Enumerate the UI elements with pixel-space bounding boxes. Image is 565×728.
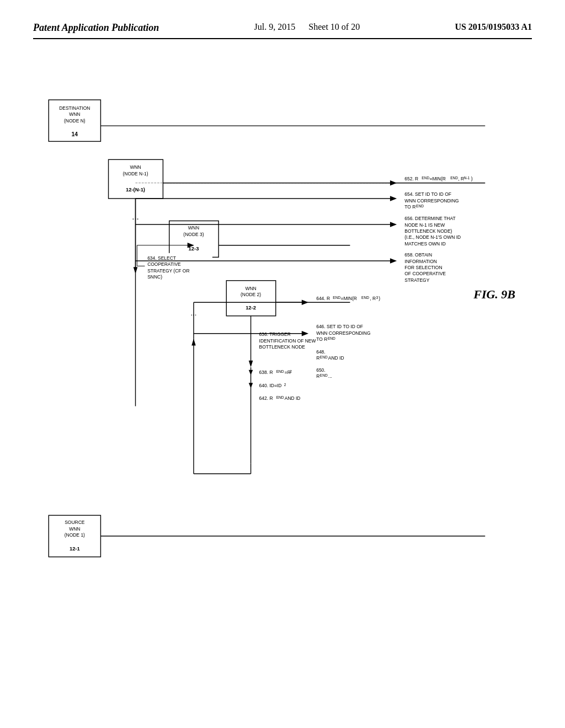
- diagram-area: FIG. 9B DESTINATION WNN (NODE N) 14 WNN …: [33, 50, 532, 684]
- svg-text:N-1: N-1: [464, 176, 470, 180]
- svg-text:STRATEGY: STRATEGY: [404, 277, 429, 283]
- svg-text:END: END: [276, 370, 284, 373]
- svg-text:END: END: [320, 355, 328, 359]
- svg-text:): ): [379, 296, 380, 301]
- svg-text:IDENTIFICATION OF NEW: IDENTIFICATION OF NEW: [259, 338, 316, 344]
- svg-marker-86: [390, 180, 397, 185]
- header: Patent Application Publication Jul. 9, 2…: [33, 22, 532, 39]
- svg-marker-59: [191, 339, 196, 345]
- svg-text:(NODE N): (NODE N): [64, 118, 86, 124]
- svg-text:SNNC): SNNC): [147, 274, 162, 280]
- svg-text:14: 14: [72, 131, 78, 137]
- svg-text:(NODE 1): (NODE 1): [65, 532, 85, 538]
- svg-marker-45: [249, 370, 253, 375]
- svg-text:12-(N-1): 12-(N-1): [126, 186, 145, 192]
- svg-marker-50: [249, 383, 253, 388]
- svg-text:(NODE 2): (NODE 2): [241, 292, 261, 297]
- svg-text:, R: , R: [458, 176, 464, 181]
- main-diagram: DESTINATION WNN (NODE N) 14 WNN (NODE N-…: [33, 50, 532, 684]
- svg-text:638. R: 638. R: [259, 370, 273, 375]
- svg-text:WNN: WNN: [130, 164, 141, 170]
- svg-text:=MIN(R: =MIN(R: [429, 176, 445, 181]
- svg-text:END: END: [333, 296, 340, 299]
- svg-text:BOTTLENECK NODE): BOTTLENECK NODE): [404, 228, 452, 234]
- svg-text:652. R: 652. R: [404, 176, 418, 181]
- svg-marker-40: [249, 361, 253, 367]
- svg-text:END: END: [361, 296, 369, 299]
- svg-text:3: 3: [376, 296, 379, 299]
- svg-text:12-2: 12-2: [246, 304, 256, 311]
- svg-text:WNN CORRESPONDING: WNN CORRESPONDING: [316, 330, 370, 336]
- svg-text:SOURCE: SOURCE: [65, 520, 85, 525]
- svg-text:644. R: 644. R: [316, 296, 330, 301]
- svg-text:R: R: [316, 355, 319, 361]
- header-date: Jul. 9, 2015: [254, 22, 296, 31]
- svg-text:END: END: [328, 336, 335, 340]
- svg-text:...: ...: [328, 373, 332, 379]
- svg-text:646. SET ID TO ID OF: 646. SET ID TO ID OF: [316, 324, 363, 329]
- svg-text:OF COOPERATIVE: OF COOPERATIVE: [404, 271, 446, 276]
- svg-text:640. ID=ID: 640. ID=ID: [259, 383, 282, 388]
- svg-text:(NODE N-1): (NODE N-1): [122, 171, 148, 176]
- svg-text:END: END: [416, 204, 424, 208]
- header-patent: US 2015/0195033 A1: [455, 22, 532, 32]
- svg-text:654. SET ID TO ID OF: 654. SET ID TO ID OF: [404, 191, 451, 197]
- header-title: Patent Application Publication: [33, 22, 159, 34]
- svg-text:(NODE 3): (NODE 3): [183, 232, 204, 237]
- svg-text:NODE N-1 IS NEW: NODE N-1 IS NEW: [404, 222, 445, 228]
- svg-text:BOTTLENECK NODE: BOTTLENECK NODE: [259, 344, 306, 350]
- svg-text:INFORMATION: INFORMATION: [404, 259, 437, 264]
- svg-text:12-1: 12-1: [70, 545, 80, 552]
- svg-text:636. TRIGGER: 636. TRIGGER: [259, 332, 291, 338]
- svg-text:=MIN(R: =MIN(R: [340, 296, 356, 301]
- svg-text:FOR SELECTION: FOR SELECTION: [404, 265, 442, 270]
- svg-text:WNN: WNN: [69, 526, 80, 532]
- svg-text:2: 2: [284, 383, 286, 387]
- svg-text:AND ID: AND ID: [285, 395, 301, 401]
- svg-text:END: END: [320, 373, 328, 377]
- svg-text:MATCHES OWN ID: MATCHES OWN ID: [404, 241, 446, 247]
- svg-text:DESTINATION: DESTINATION: [59, 105, 90, 111]
- svg-text:STRATEGY (CF OR: STRATEGY (CF OR: [147, 268, 189, 274]
- svg-text:(I.E., NODE N-1'S OWN ID: (I.E., NODE N-1'S OWN ID: [404, 234, 461, 240]
- svg-text:WNN: WNN: [69, 111, 80, 117]
- svg-text:END: END: [276, 395, 284, 399]
- svg-text:2: 2: [290, 370, 292, 373]
- header-sheet: Sheet 10 of 20: [308, 22, 360, 31]
- svg-text:WNN: WNN: [245, 286, 256, 291]
- svg-text:642. R: 642. R: [259, 395, 273, 401]
- page: Patent Application Publication Jul. 9, 2…: [0, 0, 565, 728]
- svg-text:END: END: [450, 176, 458, 180]
- svg-text:): ): [471, 176, 473, 181]
- svg-text:...: ...: [190, 309, 196, 317]
- svg-text:634. SELECT: 634. SELECT: [147, 255, 176, 261]
- svg-text:WNN CORRESPONDING: WNN CORRESPONDING: [404, 198, 459, 204]
- svg-text:END: END: [422, 176, 429, 180]
- svg-text:650.: 650.: [316, 367, 325, 373]
- svg-text:, R: , R: [370, 296, 376, 301]
- svg-text:656. DETERMINE THAT: 656. DETERMINE THAT: [404, 216, 455, 222]
- svg-text:648.: 648.: [316, 349, 325, 355]
- svg-text:WNN: WNN: [188, 225, 199, 231]
- svg-text:AND ID: AND ID: [328, 355, 344, 361]
- svg-text:TO R: TO R: [316, 336, 327, 342]
- svg-text:R: R: [316, 373, 319, 379]
- svg-text:COOPERATIVE: COOPERATIVE: [147, 261, 181, 267]
- svg-text:TO R: TO R: [404, 204, 415, 210]
- header-center: Jul. 9, 2015 Sheet 10 of 20: [254, 22, 360, 32]
- svg-text:658. OBTAIN: 658. OBTAIN: [404, 252, 432, 258]
